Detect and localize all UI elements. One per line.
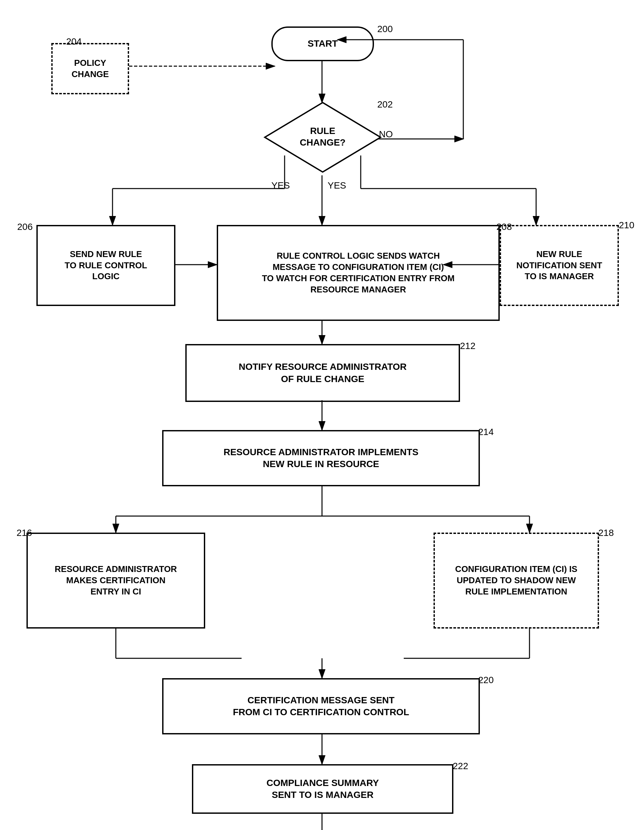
diagram-container: START 200 POLICY CHANGE 204 RULE CHANGE?…	[0, 0, 644, 830]
ref-216: 216	[17, 527, 32, 538]
ref-220: 220	[478, 675, 494, 686]
config-item-updated-label: CONFIGURATION ITEM (CI) IS UPDATED TO SH…	[455, 564, 577, 597]
svg-text:CHANGE?: CHANGE?	[300, 137, 346, 147]
cert-message-node: CERTIFICATION MESSAGE SENT FROM CI TO CE…	[162, 678, 480, 734]
send-new-rule-node: SEND NEW RULE TO RULE CONTROL LOGIC	[36, 225, 175, 306]
notify-resource-node: NOTIFY RESOURCE ADMINISTRATOR OF RULE CH…	[185, 344, 460, 402]
yes1-label: YES	[271, 180, 290, 191]
ref-218: 218	[598, 527, 614, 538]
ref-212: 212	[460, 341, 476, 351]
new-rule-notification-label: NEW RULE NOTIFICATION SENT TO IS MANAGER	[516, 249, 602, 282]
send-new-rule-label: SEND NEW RULE TO RULE CONTROL LOGIC	[65, 249, 147, 282]
notify-resource-label: NOTIFY RESOURCE ADMINISTRATOR OF RULE CH…	[239, 361, 407, 385]
cert-message-label: CERTIFICATION MESSAGE SENT FROM CI TO CE…	[233, 694, 409, 719]
rule-control-logic-label: RULE CONTROL LOGIC SENDS WATCH MESSAGE T…	[262, 250, 454, 295]
ref-206: 206	[17, 222, 33, 232]
ref-200: 200	[377, 24, 393, 35]
ref-222: 222	[453, 761, 468, 771]
config-item-updated-node: CONFIGURATION ITEM (CI) IS UPDATED TO SH…	[433, 532, 599, 629]
ref-204: 204	[66, 36, 82, 47]
ref-202: 202	[377, 99, 393, 110]
rule-control-logic-node: RULE CONTROL LOGIC SENDS WATCH MESSAGE T…	[217, 225, 500, 321]
start-node: START	[271, 27, 374, 61]
resource-implements-label: RESOURCE ADMINISTRATOR IMPLEMENTS NEW RU…	[224, 446, 418, 470]
rule-change-node: RULE CHANGE?	[262, 99, 384, 175]
yes2-label: YES	[328, 180, 346, 191]
compliance-summary-label: COMPLIANCE SUMMARY SENT TO IS MANAGER	[266, 777, 379, 801]
start-label: START	[308, 38, 338, 50]
resource-implements-node: RESOURCE ADMINISTRATOR IMPLEMENTS NEW RU…	[162, 430, 480, 486]
resource-cert-entry-node: RESOURCE ADMINISTRATOR MAKES CERTIFICATI…	[27, 532, 205, 629]
ref-214: 214	[478, 427, 494, 437]
ref-210: 210	[619, 220, 634, 231]
compliance-summary-node: COMPLIANCE SUMMARY SENT TO IS MANAGER	[192, 764, 454, 814]
no-label: NO	[379, 129, 393, 139]
svg-text:RULE: RULE	[310, 126, 335, 136]
policy-change-node: POLICY CHANGE	[51, 43, 129, 94]
policy-change-label: POLICY CHANGE	[71, 57, 109, 80]
resource-cert-entry-label: RESOURCE ADMINISTRATOR MAKES CERTIFICATI…	[55, 564, 177, 597]
new-rule-notification-node: NEW RULE NOTIFICATION SENT TO IS MANAGER	[500, 225, 619, 306]
